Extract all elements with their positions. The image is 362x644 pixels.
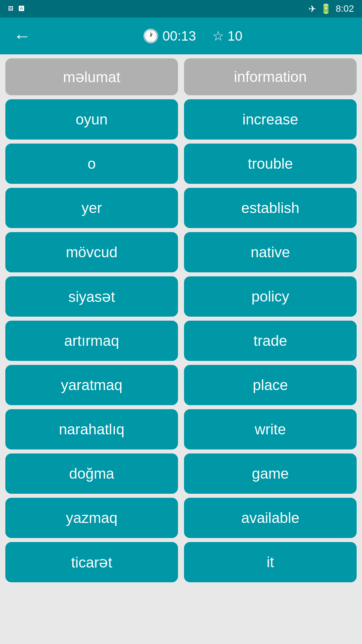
battery-icon: 🔋 (320, 3, 332, 14)
airplane-icon: ✈ (308, 3, 316, 14)
right-word-10[interactable]: it (184, 542, 357, 582)
right-word-8[interactable]: game (184, 453, 357, 494)
stars-display: ☆ 10 (212, 28, 243, 44)
right-header[interactable]: information (184, 58, 357, 95)
right-word-2[interactable]: establish (184, 188, 357, 228)
word-pairs: oyunincreaseotroubleyerestablishmövcudna… (5, 99, 357, 582)
right-word-5[interactable]: trade (184, 321, 357, 361)
left-word-8[interactable]: doğma (5, 453, 178, 494)
app-bar: ← 🕐 00:13 ☆ 10 (0, 17, 362, 54)
clock-icon: 🕐 (142, 28, 159, 44)
right-word-4[interactable]: policy (184, 276, 357, 317)
stars-value: 10 (228, 29, 243, 44)
clock-time: 8:02 (336, 3, 354, 14)
star-icon: ☆ (212, 28, 224, 44)
status-bar-left-icons: 🖼 🅰 (8, 6, 24, 12)
right-word-0[interactable]: increase (184, 99, 357, 140)
right-word-9[interactable]: available (184, 498, 357, 538)
left-word-1[interactable]: o (5, 144, 178, 184)
left-word-4[interactable]: siyasət (5, 276, 178, 317)
text-icon: 🅰 (19, 6, 24, 12)
left-word-10[interactable]: ticarət (5, 542, 178, 582)
back-button[interactable]: ← (11, 24, 34, 47)
left-header[interactable]: məlumat (5, 58, 178, 95)
left-word-3[interactable]: mövcud (5, 232, 178, 272)
left-word-6[interactable]: yaratmaq (5, 365, 178, 405)
right-word-7[interactable]: write (184, 409, 357, 449)
left-word-5[interactable]: artırmaq (5, 321, 178, 361)
left-word-0[interactable]: oyun (5, 99, 178, 140)
word-grid: məlumat information (5, 58, 357, 95)
left-word-7[interactable]: narahatlıq (5, 409, 178, 449)
left-word-2[interactable]: yer (5, 188, 178, 228)
right-word-6[interactable]: place (184, 365, 357, 405)
main-content: məlumat information oyunincreaseotrouble… (0, 54, 362, 586)
status-bar-right: ✈ 🔋 8:02 (308, 3, 354, 14)
image-icon: 🖼 (8, 6, 13, 12)
left-word-9[interactable]: yazmaq (5, 498, 178, 538)
right-word-1[interactable]: trouble (184, 144, 357, 184)
timer-display: 🕐 00:13 (142, 28, 196, 44)
app-bar-center: 🕐 00:13 ☆ 10 (34, 28, 351, 44)
status-bar: 🖼 🅰 ✈ 🔋 8:02 (0, 0, 362, 17)
timer-value: 00:13 (163, 29, 196, 44)
right-word-3[interactable]: native (184, 232, 357, 272)
